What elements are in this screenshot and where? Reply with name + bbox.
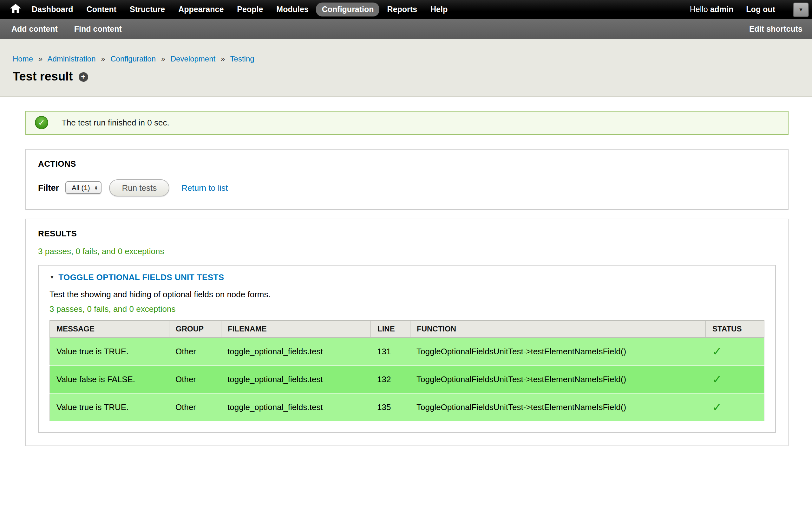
toolbar-toggle-button[interactable]: ▼ [793,3,809,17]
filter-select-value: All (1) [72,184,90,192]
pass-check-icon: ✓ [712,400,722,414]
plus-icon: + [81,73,85,80]
table-header-row: MESSAGE GROUP FILENAME LINE FUNCTION STA… [50,320,764,337]
actions-fieldset: ACTIONS Filter All (1) ▲ ▼ Run tests Ret… [26,149,789,210]
test-group-summary: 3 passes, 0 fails, and 0 exceptions [49,304,764,314]
chevron-down-icon: ▼ [798,7,803,13]
cell-group: Other [169,393,221,421]
edit-shortcuts-link[interactable]: Edit shortcuts [749,25,803,34]
toolbar-user-area: Hello admin Log out [690,5,775,14]
column-header-function: FUNCTION [410,320,706,337]
column-header-group: GROUP [169,320,221,337]
collapse-arrow-icon: ▼ [49,275,55,280]
pass-check-icon: ✓ [712,373,722,386]
actions-row: Filter All (1) ▲ ▼ Run tests Return to l… [38,179,776,196]
breadcrumb-separator: » [221,55,225,63]
return-to-list-link[interactable]: Return to list [182,183,228,193]
logout-link[interactable]: Log out [746,5,775,14]
cell-function: ToggleOptionalFieldsUnitTest->testElemen… [410,393,706,421]
test-group-description: Test the showing and hiding of optional … [49,290,764,299]
cell-group: Other [169,337,221,365]
cell-message: Value true is TRUE. [50,393,169,421]
filter-select[interactable]: All (1) ▲ ▼ [65,181,101,194]
cell-status: ✓ [706,393,764,421]
toolbar-item-content[interactable]: Content [81,3,122,16]
table-row: Value true is TRUE. Other toggle_optiona… [50,337,764,365]
status-message: ✓ The test run finished in 0 sec. [26,111,789,135]
run-tests-button[interactable]: Run tests [109,179,169,196]
results-table: MESSAGE GROUP FILENAME LINE FUNCTION STA… [49,320,764,421]
cell-status: ✓ [706,365,764,393]
cell-status: ✓ [706,337,764,365]
results-legend: RESULTS [38,229,776,238]
test-group-title: TOGGLE OPTIONAL FIELDS UNIT TESTS [58,273,224,282]
cell-message: Value false is FALSE. [50,365,169,393]
results-fieldset: RESULTS 3 passes, 0 fails, and 0 excepti… [26,219,789,446]
arrow-down-icon: ▼ [95,188,98,191]
toolbar-item-people[interactable]: People [231,3,269,16]
page-header: Home » Administration » Configuration » … [0,39,812,97]
drupal-admin-screen: Dashboard Content Structure Appearance P… [0,0,812,507]
table-row: Value true is TRUE. Other toggle_optiona… [50,393,764,421]
toolbar-item-dashboard[interactable]: Dashboard [26,3,79,16]
shortcut-bar: Add content Find content Edit shortcuts [0,19,812,39]
breadcrumb-link-administration[interactable]: Administration [47,55,96,63]
user-greeting: Hello admin [690,5,734,14]
shortcut-find-content[interactable]: Find content [74,25,122,34]
admin-toolbar: Dashboard Content Structure Appearance P… [0,0,812,19]
toolbar-item-modules[interactable]: Modules [270,3,314,16]
table-row: Value false is FALSE. Other toggle_optio… [50,365,764,393]
toolbar-menu: Dashboard Content Structure Appearance P… [26,3,453,16]
cell-line: 131 [371,337,410,365]
breadcrumb-link-development[interactable]: Development [171,55,215,63]
greeting-prefix: Hello [690,5,708,14]
cell-function: ToggleOptionalFieldsUnitTest->testElemen… [410,337,706,365]
select-arrows-icon: ▲ ▼ [95,185,98,191]
breadcrumb-link-configuration[interactable]: Configuration [110,55,156,63]
test-group-fieldset: ▼ TOGGLE OPTIONAL FIELDS UNIT TESTS Test… [38,265,776,433]
home-icon [10,4,21,15]
toolbar-item-reports[interactable]: Reports [382,3,423,16]
toolbar-item-help[interactable]: Help [425,3,453,16]
shortcut-add-content[interactable]: Add content [11,25,58,34]
cell-group: Other [169,365,221,393]
cell-line: 135 [371,393,410,421]
column-header-status: STATUS [706,320,764,337]
column-header-filename: FILENAME [221,320,371,337]
toolbar-item-appearance[interactable]: Appearance [172,3,229,16]
toolbar-item-configuration[interactable]: Configuration [316,3,380,16]
status-ok-icon: ✓ [35,116,48,130]
cell-line: 132 [371,365,410,393]
breadcrumb: Home » Administration » Configuration » … [13,55,799,63]
home-button[interactable] [5,3,26,16]
filter-label: Filter [38,183,59,193]
cell-filename: toggle_optional_fields.test [221,337,371,365]
status-message-text: The test run finished in 0 sec. [61,118,169,128]
cell-filename: toggle_optional_fields.test [221,365,371,393]
add-to-shortcuts-icon[interactable]: + [78,72,88,82]
toolbar-item-structure[interactable]: Structure [124,3,171,16]
actions-legend: ACTIONS [38,159,776,169]
cell-function: ToggleOptionalFieldsUnitTest->testElemen… [410,365,706,393]
breadcrumb-separator: » [38,55,43,63]
breadcrumb-link-home[interactable]: Home [13,55,33,63]
page-title: Test result [13,70,72,83]
column-header-message: MESSAGE [50,320,169,337]
pass-check-icon: ✓ [712,345,722,358]
check-icon: ✓ [38,118,45,128]
results-summary: 3 passes, 0 fails, and 0 exceptions [38,246,776,256]
test-group-toggle-link[interactable]: ▼ TOGGLE OPTIONAL FIELDS UNIT TESTS [49,273,764,282]
breadcrumb-link-testing[interactable]: Testing [230,55,254,63]
username: admin [710,5,734,14]
page-title-row: Test result + [13,70,799,83]
column-header-line: LINE [371,320,410,337]
cell-message: Value true is TRUE. [50,337,169,365]
main-content: ✓ The test run finished in 0 sec. ACTION… [0,97,812,481]
breadcrumb-separator: » [161,55,165,63]
breadcrumb-separator: » [101,55,105,63]
cell-filename: toggle_optional_fields.test [221,393,371,421]
